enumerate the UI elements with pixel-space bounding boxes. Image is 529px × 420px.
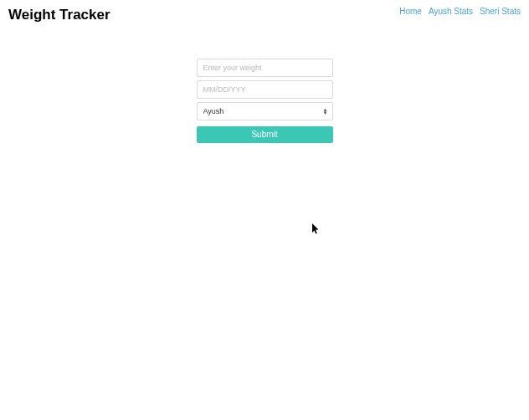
nav-sheri-stats[interactable]: Sheri Stats bbox=[480, 7, 521, 16]
weight-form: Ayush ▲ ▼ Submit bbox=[197, 59, 333, 143]
header: Weight Tracker Home Ayush Stats Sheri St… bbox=[0, 0, 529, 23]
nav-ayush-stats[interactable]: Ayush Stats bbox=[429, 7, 473, 16]
nav-links: Home Ayush Stats Sheri Stats bbox=[399, 7, 521, 16]
page-title: Weight Tracker bbox=[8, 7, 110, 23]
cursor-icon bbox=[312, 223, 321, 235]
submit-button[interactable]: Submit bbox=[197, 126, 333, 143]
weight-input[interactable] bbox=[197, 59, 333, 77]
person-select[interactable]: Ayush bbox=[197, 102, 333, 120]
person-select-wrapper: Ayush ▲ ▼ bbox=[197, 102, 333, 120]
date-input[interactable] bbox=[197, 80, 333, 99]
nav-home[interactable]: Home bbox=[399, 7, 422, 16]
